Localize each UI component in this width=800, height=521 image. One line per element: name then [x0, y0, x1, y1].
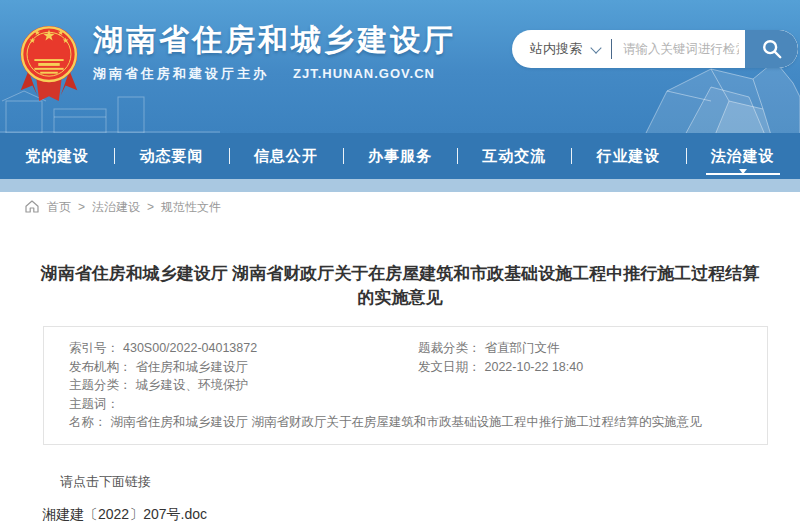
- attachment-link[interactable]: 湘建建〔2022〕207号.doc: [42, 506, 207, 521]
- site-title: 湖南省住房和城乡建设厅: [93, 23, 456, 57]
- search-scope-dropdown[interactable]: 站内搜索: [512, 40, 611, 58]
- nav-item-interaction[interactable]: 互动交流: [457, 133, 571, 179]
- meta-label-name: 名称：: [69, 415, 107, 429]
- brand-text: 湖南省住房和城乡建设厅 湖南省住房和建设厅主办ZJT.HUNAN.GOV.CN: [93, 22, 456, 83]
- nav-item-news[interactable]: 动态要闻: [114, 133, 228, 179]
- national-emblem-logo: [18, 22, 80, 102]
- nav-bottom-strip: [0, 179, 800, 192]
- main-nav: 党的建设 动态要闻 信息公开 办事服务 互动交流 行业建设 法治建设: [0, 133, 800, 179]
- meta-label-keywords: 主题词：: [69, 397, 119, 411]
- nav-item-industry[interactable]: 行业建设: [571, 133, 685, 179]
- meta-value-agency: 省住房和城乡建设厅: [136, 360, 249, 374]
- meta-value-genre: 省直部门文件: [485, 341, 560, 355]
- search-scope-label: 站内搜索: [530, 40, 582, 58]
- article-title: 湖南省住房和城乡建设厅 湖南省财政厅关于在房屋建筑和市政基础设施工程中推行施工过…: [34, 262, 766, 310]
- breadcrumb-separator: >: [147, 200, 154, 214]
- search-button[interactable]: [745, 30, 798, 68]
- search-input[interactable]: [612, 42, 745, 56]
- search-icon: [761, 38, 783, 60]
- site-subtitle-row: 湖南省住房和建设厅主办ZJT.HUNAN.GOV.CN: [93, 65, 456, 83]
- meta-row-date: 发文日期：2022-10-22 18:40: [418, 358, 767, 377]
- site-brand: 湖南省住房和城乡建设厅 湖南省住房和建设厅主办ZJT.HUNAN.GOV.CN: [18, 22, 456, 102]
- breadcrumb-home[interactable]: 首页: [47, 199, 71, 216]
- meta-value-name: 湖南省住房和城乡建设厅 湖南省财政厅关于在房屋建筑和市政基础设施工程中推行施工过…: [111, 415, 702, 429]
- meta-row-keywords: 主题词：: [69, 395, 767, 414]
- site-banner: 湖南省住房和城乡建设厅 湖南省住房和建设厅主办ZJT.HUNAN.GOV.CN …: [0, 0, 800, 133]
- site-subtitle: 湖南省住房和建设厅主办: [93, 66, 269, 81]
- meta-label-topic: 主题分类：: [69, 378, 132, 392]
- site-search-bar: 站内搜索: [512, 30, 798, 68]
- breadcrumb-separator: >: [78, 200, 85, 214]
- meta-label-date: 发文日期：: [418, 360, 481, 374]
- nav-item-info-disclosure[interactable]: 信息公开: [229, 133, 343, 179]
- attachment-hint: 请点击下面链接: [60, 473, 800, 491]
- home-icon: [25, 200, 39, 213]
- meta-label-agency: 发布机构：: [69, 360, 132, 374]
- nav-item-services[interactable]: 办事服务: [343, 133, 457, 179]
- meta-row-genre: 题裁分类：省直部门文件: [418, 339, 767, 358]
- meta-row-agency: 发布机构：省住房和城乡建设厅: [69, 358, 418, 377]
- breadcrumb-item-current: 规范性文件: [161, 199, 221, 216]
- meta-row-topic: 主题分类：城乡建设、环境保护: [69, 376, 767, 395]
- meta-row-name: 名称：湖南省住房和城乡建设厅 湖南省财政厅关于在房屋建筑和市政基础设施工程中推行…: [69, 413, 767, 432]
- meta-value-date: 2022-10-22 18:40: [485, 360, 584, 374]
- meta-value-topic: 城乡建设、环境保护: [136, 378, 249, 392]
- site-url: ZJT.HUNAN.GOV.CN: [293, 66, 435, 81]
- nav-item-rule-of-law[interactable]: 法治建设: [686, 133, 800, 179]
- banner-building-art-right: [625, 57, 800, 133]
- nav-item-party-building[interactable]: 党的建设: [0, 133, 114, 179]
- meta-value-index: 430S00/2022-04013872: [123, 341, 257, 355]
- document-meta-grid: 索引号：430S00/2022-04013872 题裁分类：省直部门文件 发布机…: [69, 339, 767, 432]
- breadcrumb: 首页 > 法治建设 > 规范性文件: [0, 192, 800, 222]
- meta-label-index: 索引号：: [69, 341, 119, 355]
- chevron-down-icon: [590, 42, 601, 53]
- meta-label-genre: 题裁分类：: [418, 341, 481, 355]
- article-content: 湖南省住房和城乡建设厅 湖南省财政厅关于在房屋建筑和市政基础设施工程中推行施工过…: [0, 262, 800, 521]
- breadcrumb-item-rule-of-law[interactable]: 法治建设: [92, 199, 140, 216]
- page: 湖南省住房和城乡建设厅 湖南省住房和建设厅主办ZJT.HUNAN.GOV.CN …: [0, 0, 800, 521]
- document-meta-box: 索引号：430S00/2022-04013872 题裁分类：省直部门文件 发布机…: [43, 326, 768, 445]
- meta-row-index: 索引号：430S00/2022-04013872: [69, 339, 418, 358]
- main-nav-list: 党的建设 动态要闻 信息公开 办事服务 互动交流 行业建设 法治建设: [0, 133, 800, 179]
